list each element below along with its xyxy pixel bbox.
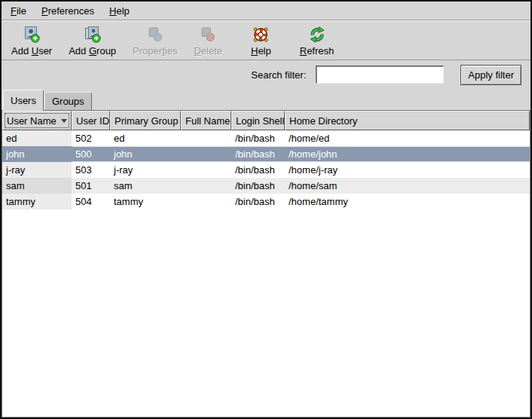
cell-home-directory: /home/j-ray — [285, 162, 530, 178]
column-header-user-name-label: User Name — [7, 115, 57, 127]
add-user-icon — [22, 25, 41, 44]
cell-primary-group: j-ray — [110, 162, 181, 178]
cell-home-directory: /home/sam — [285, 178, 530, 194]
column-header-home-directory-label: Home Directory — [289, 115, 357, 127]
refresh-label: Refresh — [300, 45, 335, 57]
table-row[interactable]: ed 502 ed /bin/bash /home/ed — [2, 130, 530, 146]
table-empty-area — [2, 210, 530, 417]
cell-full-name — [181, 130, 231, 146]
delete-label: Delete — [194, 45, 222, 57]
tab-bar: Users Groups — [2, 89, 530, 110]
menu-help[interactable]: Help — [102, 2, 137, 20]
column-header-login-shell[interactable]: Login Shell — [231, 111, 285, 130]
cell-user-name: sam — [2, 178, 72, 194]
add-group-label: Add Group — [69, 45, 116, 57]
tab-groups[interactable]: Groups — [44, 92, 92, 110]
column-header-home-directory[interactable]: Home Directory — [285, 111, 530, 130]
column-header-full-name-label: Full Name — [185, 115, 230, 127]
cell-full-name — [181, 146, 231, 162]
delete-icon — [198, 25, 218, 44]
cell-user-name: ed — [2, 130, 72, 146]
cell-user-name: tammy — [2, 194, 72, 210]
menu-file[interactable]: File — [3, 2, 34, 20]
cell-user-id: 503 — [72, 162, 110, 178]
refresh-icon — [307, 25, 327, 44]
cell-primary-group: sam — [110, 178, 181, 194]
cell-home-directory: /home/tammy — [285, 194, 530, 210]
cell-primary-group: john — [110, 146, 181, 162]
search-filter-input[interactable] — [316, 66, 444, 84]
help-label: Help — [251, 45, 271, 57]
table-row[interactable]: sam 501 sam /bin/bash /home/sam — [2, 178, 530, 194]
table-row[interactable]: tammy 504 tammy /bin/bash /home/tammy — [2, 194, 530, 210]
cell-full-name — [181, 194, 231, 210]
app-window: File Preferences Help Add User — [0, 0, 532, 419]
tab-users-label: Users — [11, 95, 36, 106]
menubar: File Preferences Help — [2, 2, 530, 20]
help-icon — [251, 25, 271, 44]
cell-login-shell: /bin/bash — [231, 130, 285, 146]
properties-icon — [145, 25, 165, 44]
cell-primary-group: ed — [110, 130, 181, 146]
tab-groups-label: Groups — [52, 96, 84, 107]
table-row[interactable]: john 500 john /bin/bash /home/john — [2, 146, 530, 162]
table-row[interactable]: j-ray 503 j-ray /bin/bash /home/j-ray — [2, 162, 530, 178]
cell-login-shell: /bin/bash — [231, 146, 285, 162]
add-user-button[interactable]: Add User — [6, 23, 57, 58]
column-header-login-shell-label: Login Shell — [236, 115, 284, 127]
cell-user-id: 502 — [72, 130, 110, 146]
table-body: ed 502 ed /bin/bash /home/ed john 500 jo… — [2, 130, 530, 210]
properties-button[interactable]: Properties — [127, 23, 182, 58]
refresh-button[interactable]: Refresh — [295, 23, 340, 58]
menu-preferences[interactable]: Preferences — [34, 2, 102, 20]
table-header-row: User Name User ID Primary Group Full Nam… — [2, 111, 530, 130]
help-button[interactable]: Help — [246, 23, 277, 58]
add-group-button[interactable]: Add Group — [63, 23, 121, 58]
cell-user-name: john — [2, 146, 72, 162]
apply-filter-button[interactable]: Apply filter — [460, 65, 521, 85]
column-header-user-id[interactable]: User ID — [72, 111, 110, 130]
cell-login-shell: /bin/bash — [231, 178, 285, 194]
cell-user-id: 501 — [72, 178, 110, 194]
delete-button[interactable]: Delete — [188, 23, 228, 58]
cell-full-name — [181, 162, 231, 178]
add-user-label: Add User — [11, 45, 52, 57]
cell-primary-group: tammy — [110, 194, 181, 210]
cell-user-name: j-ray — [2, 162, 72, 178]
cell-user-id: 504 — [72, 194, 110, 210]
sort-arrow-icon — [61, 119, 67, 123]
column-header-user-id-label: User ID — [76, 115, 109, 127]
cell-user-id: 500 — [72, 146, 110, 162]
search-filter-label: Search filter: — [251, 69, 306, 81]
search-filter-row: Search filter: Apply filter — [2, 60, 530, 89]
cell-home-directory: /home/ed — [285, 130, 530, 146]
column-header-primary-group-label: Primary Group — [115, 115, 179, 127]
cell-full-name — [181, 178, 231, 194]
column-header-full-name[interactable]: Full Name — [181, 111, 231, 130]
cell-home-directory: /home/john — [285, 146, 530, 162]
column-header-user-name[interactable]: User Name — [2, 111, 72, 130]
cell-login-shell: /bin/bash — [231, 194, 285, 210]
tab-users[interactable]: Users — [3, 90, 44, 111]
cell-login-shell: /bin/bash — [231, 162, 285, 178]
add-group-icon — [83, 25, 102, 44]
toolbar: Add User Add Group — [2, 21, 530, 60]
properties-label: Properties — [133, 45, 177, 57]
column-header-primary-group[interactable]: Primary Group — [110, 111, 181, 130]
users-table: User Name User ID Primary Group Full Nam… — [2, 110, 530, 417]
